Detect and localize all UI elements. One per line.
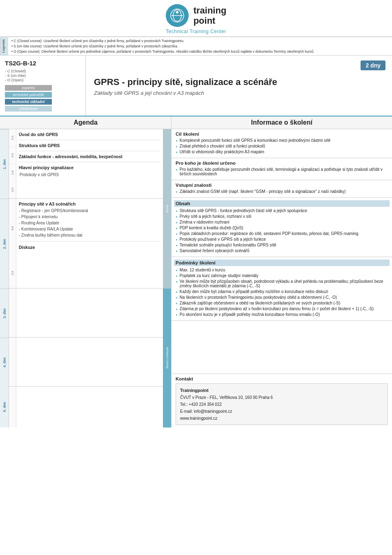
day5-hours	[9, 387, 16, 427]
podminky-bullet-8: ● Po skončení kurzu je v případě potřeby…	[176, 312, 388, 317]
day4-content	[16, 338, 163, 386]
day4-label: 4. den	[0, 338, 9, 387]
badge-zakladni: technické základní	[5, 99, 52, 105]
obsah-bullet-5: ● Popis základních procedur: registrace …	[176, 231, 388, 236]
hour-2h-c: 2.h	[9, 258, 16, 288]
contact-phone: Tel.: +420 224 354 022	[180, 401, 383, 408]
course-header-wrapper: TS2G-B-12 - C (Closed) - S (on-Site) - O…	[0, 56, 392, 116]
day1-hours: 1.h 2.h 1.h 2.h	[9, 129, 16, 198]
agenda-day3	[9, 289, 163, 338]
agenda-item-struktura: Struktura sítě GPRS	[19, 142, 160, 149]
legend-sidebar-label: Legenda	[0, 37, 8, 55]
podminky-bullet-5: ● Na školeních v prostorách Trainingpoin…	[176, 295, 388, 300]
agenda-item-hlavni: Hlavní principy signalizace	[19, 164, 160, 171]
agenda-item-registrace: - Registrace - jen GPRS/kombinovaná	[19, 208, 160, 213]
podminky-bullet-1: ● Max. 12 studentů v kurzu	[176, 268, 388, 272]
section-cil: Cíl školení ● Komplexně porozumět funkci…	[172, 129, 392, 158]
day3-hours	[9, 289, 16, 337]
section-vstupni-title: Vstupní znalosti	[176, 183, 388, 188]
contact-box: Trainingpoint ČVUT v Praze - FEL, Velflí…	[176, 383, 388, 425]
hour-1h-a: 1.h	[9, 129, 16, 147]
hour-2h-a: 2.h	[9, 147, 16, 164]
day2-content: Principy sítě v A3 scénářích - Registrac…	[16, 199, 163, 288]
day2-hours: 4.h 2.h	[9, 199, 16, 288]
section-podminky: Podmínky školení ● Max. 12 studentů v ku…	[172, 257, 392, 321]
info-column: Informace o školení Cíl školení ● Komple…	[172, 116, 392, 427]
agenda-day4	[9, 338, 163, 387]
course-types-text: - C (Closed) - S (on-Site) - O (Open)	[5, 69, 81, 82]
podminky-bullet-7: ● Zdarma je po školení poskytováno až x …	[176, 307, 388, 311]
info-header: Informace o školení	[172, 116, 392, 129]
contact-email: E-mail: info@trainingpoint.cz	[180, 408, 383, 415]
vstupni-bullet-1: ● Základní znalost GSM sítě (např. škole…	[176, 189, 388, 194]
logo-text-block: training point	[194, 5, 227, 26]
skolici-bar: Školící místnost	[163, 289, 171, 427]
podminky-bullet-2: ● Poplatek za kurz zahrnuje studijní mat…	[176, 273, 388, 278]
prokoho-bullet-1: ● Pro každého, kdo potřebuje porozumět c…	[176, 167, 388, 176]
logo-circle	[166, 4, 189, 27]
cil-bullet-1: ● Komplexně porozumět funkci sítě GPRS a…	[176, 138, 388, 143]
agenda-item-zmena: - Změna buňky během přenosu dat	[19, 233, 160, 238]
badge-expertni: expertní	[5, 85, 52, 91]
section-vstupni: Vstupní znalosti ● Základní znalost GSM …	[172, 180, 392, 198]
section-cil-title: Cíl školení	[176, 132, 388, 137]
legend-line-2: • S (on-Site course): Uzavřené školení u…	[11, 44, 389, 49]
badge-prehledove: přehledové	[5, 106, 52, 112]
agenda-day1: 1.h 2.h 1.h 2.h Úvod do sítě GPRS Strukt…	[9, 129, 163, 199]
main-content: Agenda 1. den 2. den 3. den 4. den 5. de…	[0, 116, 392, 427]
agenda-item-principy: Principy sítě v A3 scénářích	[19, 201, 160, 207]
section-obsah-title: Obsah	[174, 200, 390, 207]
course-code: TS2G-B-12	[5, 60, 81, 67]
podminky-bullet-6: ● Zákazník zajišťuje občerstvení a oběd …	[176, 301, 388, 305]
course-left: TS2G-B-12 - C (Closed) - S (on-Site) - O…	[0, 56, 86, 116]
legend-line-3: • O (Open course): Otevřené školení urče…	[11, 49, 389, 54]
day1-label: 1. den	[0, 129, 9, 199]
agenda-header: Agenda	[0, 116, 171, 129]
section-podminky-title: Podmínky školení	[174, 260, 390, 266]
logo-icon	[170, 8, 185, 23]
day4-hours	[9, 338, 16, 386]
agenda-item-zakladni: Základní funkce - adresování, mobilita, …	[19, 153, 160, 160]
contact-company: Trainingpoint	[180, 387, 383, 394]
info-spacer	[172, 321, 392, 373]
agenda-separator-2	[19, 151, 160, 151]
course-right: GPRS - principy sítě, signalizace a scén…	[86, 56, 392, 116]
legend-bar: Legenda • C (Closed course): Uzavřené šk…	[0, 37, 392, 56]
duration-badge: 2 dny	[361, 60, 385, 70]
course-subtitle: Základy sítě GPRS a její chování v A3 ma…	[94, 90, 384, 96]
obsah-bullet-1: ● Struktura sítě GPRS - funkce jednotliv…	[176, 208, 388, 213]
day3-content	[16, 289, 163, 337]
agenda-item-pripojeni: - Připojení k internetu	[19, 214, 160, 219]
cil-bullet-2: ● Získat přehled o chování sítě a funkci…	[176, 144, 388, 148]
agenda-day5	[9, 387, 163, 427]
section-prokoho-title: Pro koho je školení určeno	[176, 161, 388, 166]
obsah-bullet-6: ● Protokoly používané v GPRS síti a jeji…	[176, 237, 388, 242]
header-subtitle: Technical Training Center	[166, 29, 226, 34]
badge-pokrocile: technické pokročilé	[5, 92, 52, 98]
contact-web: www.trainingpoint.cz	[180, 415, 383, 422]
obsah-bullet-8: ● Samostatné řešení vybraných scénářů	[176, 248, 388, 253]
svg-point-3	[176, 11, 178, 13]
day3-label: 3. den	[0, 289, 9, 338]
legend-line-1: • C (Closed course): Uzavřené školení ur…	[11, 38, 389, 44]
agenda-item-diskuze: Diskuze	[19, 244, 160, 251]
obsah-bullet-3: ● Změna v rádiovém rozhraní	[176, 220, 388, 224]
day2-label: 2. den	[0, 199, 9, 289]
agenda-item-routing: - Routing Area Update	[19, 220, 160, 226]
course-title: GPRS - principy sítě, signalizace a scén…	[94, 77, 384, 87]
podminky-bullet-3: ● Ve školení může být přizpůsoben obsah,…	[176, 279, 388, 288]
day5-content	[16, 387, 163, 427]
legend-text: • C (Closed course): Uzavřené školení ur…	[8, 37, 392, 55]
agenda-items-area: 1.h 2.h 1.h 2.h Úvod do sítě GPRS Strukt…	[9, 129, 163, 427]
agenda-body: 1. den 2. den 3. den 4. den 5. den 1.h 2…	[0, 129, 171, 427]
day5-label: 5. den	[0, 387, 9, 427]
hour-4h: 4.h	[9, 199, 16, 258]
agenda-item-protokoly: Protokoly v síti GPRS	[19, 172, 160, 177]
obsah-bullet-7: ● Tematické scénáře popisující funkciona…	[176, 243, 388, 247]
section-kontakt: Kontakt Trainingpoint ČVUT v Praze - FEL…	[172, 374, 392, 428]
hour-1h-b: 1.h	[9, 164, 16, 181]
theory-bar: Teorie	[163, 129, 171, 289]
agenda-separator-1	[19, 140, 160, 140]
contact-address: ČVUT v Praze - FEL, Velflíkova 10, 160 0…	[180, 394, 383, 401]
page-header: training point Technical Training Center	[0, 0, 392, 37]
